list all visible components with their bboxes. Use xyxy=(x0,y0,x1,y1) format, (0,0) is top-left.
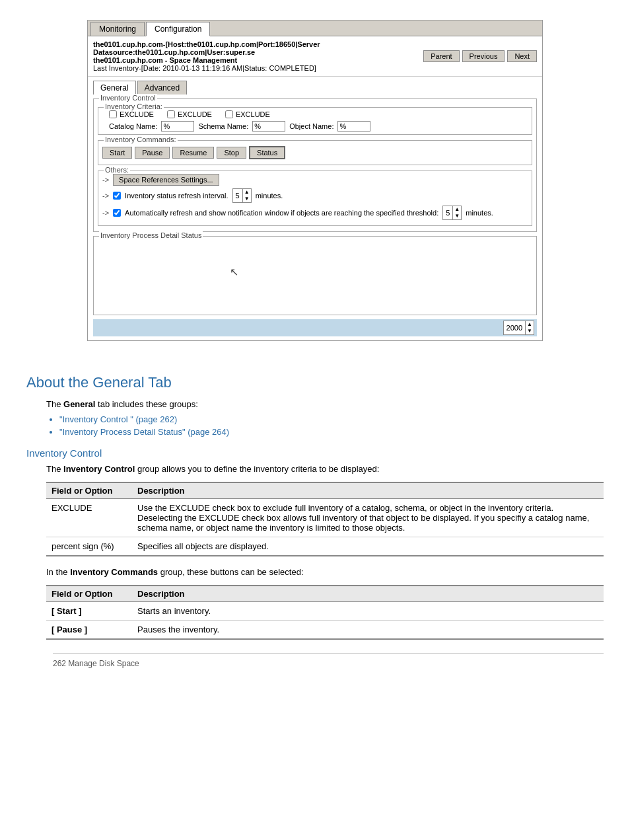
exclude1-group: EXCLUDE xyxy=(109,110,154,118)
header-buttons: Parent Previous Next xyxy=(423,50,537,62)
others-label: Others: xyxy=(104,166,130,174)
exclude2-label: EXCLUDE xyxy=(178,110,212,118)
bullet-item-2-text: "Inventory Process Detail Status" (page … xyxy=(59,427,229,437)
bullet-item-2: "Inventory Process Detail Status" (page … xyxy=(59,427,604,437)
table-row: EXCLUDE Use the EXCLUDE check box to exc… xyxy=(46,499,604,537)
spinner1[interactable]: 5 ▲ ▼ xyxy=(232,188,252,203)
inventory-criteria-label: Inventory Criteria: xyxy=(104,102,164,110)
catalog-input[interactable] xyxy=(161,121,194,132)
bottom-spinner-arrows[interactable]: ▲ ▼ xyxy=(525,321,534,334)
object-input[interactable] xyxy=(337,121,370,132)
process-status-box: Inventory Process Detail Status ↖ xyxy=(93,236,537,315)
spinner2-value: 5 xyxy=(443,208,452,217)
exclude3-checkbox[interactable] xyxy=(225,110,233,118)
bottom-spinner-up[interactable]: ▲ xyxy=(526,321,534,328)
exclude1-checkbox[interactable] xyxy=(109,110,117,118)
space-references-button[interactable]: Space References Settings... xyxy=(113,174,219,186)
table-row: percent sign (%) Specifies all objects a… xyxy=(46,537,604,556)
tab-configuration[interactable]: Configuration xyxy=(146,22,210,36)
inventory-control-intro: The Inventory Control group allows you t… xyxy=(46,464,604,474)
arrow2: -> xyxy=(102,192,109,200)
pause-button[interactable]: Pause xyxy=(135,147,170,159)
schema-input[interactable] xyxy=(252,121,285,132)
bullet-item-1-text: "Inventory Control " (page 262) xyxy=(59,414,177,424)
inventory-control-heading: Inventory Control xyxy=(26,447,604,459)
bottom-bar: 2000 ▲ ▼ xyxy=(93,319,537,336)
next-button[interactable]: Next xyxy=(507,50,537,62)
sub-tabs: General Advanced xyxy=(93,81,537,95)
bottom-spinner-down[interactable]: ▼ xyxy=(526,328,534,334)
header-line1: the0101.cup.hp.com-[Host:the0101.cup.hp.… xyxy=(93,40,423,56)
inventory-criteria-group: Inventory Criteria: EXCLUDE EXCLUDE E xyxy=(98,107,532,135)
table2-row2-field: [ Pause ] xyxy=(46,621,132,640)
table2-row2-desc: Pauses the inventory. xyxy=(132,621,604,640)
others-row1: -> Space References Settings... xyxy=(102,174,528,186)
table1-header-row: Field or Option Description xyxy=(46,482,604,499)
inventory-control-label: Inventory Control xyxy=(99,94,157,102)
header-line2: the0101.cup.hp.com - Space Management xyxy=(93,56,423,64)
process-status-label: Inventory Process Detail Status xyxy=(99,231,203,239)
table2-header-row: Field or Option Description xyxy=(46,586,604,602)
inventory-commands-group: Inventory Commands: Start Pause Resume S… xyxy=(98,140,532,165)
exclude2-checkbox[interactable] xyxy=(167,110,175,118)
object-label: Object Name: xyxy=(289,122,333,130)
spinner2-arrows[interactable]: ▲ ▼ xyxy=(452,206,461,219)
others-group: Others: -> Space References Settings... … xyxy=(98,171,532,226)
spinner1-value: 5 xyxy=(233,191,242,200)
criteria-fields: Catalog Name: Schema Name: Object Name: xyxy=(102,121,528,132)
schema-label: Schema Name: xyxy=(198,122,248,130)
table1-row2-field: percent sign (%) xyxy=(46,537,132,556)
auto-checkbox[interactable] xyxy=(113,209,121,217)
bullet-list: "Inventory Control " (page 262) "Invento… xyxy=(59,414,604,437)
arrow1: -> xyxy=(102,176,109,184)
spinner2-up[interactable]: ▲ xyxy=(453,206,461,213)
bottom-spinner-value: 2000 xyxy=(504,323,525,332)
main-tab-bar: Monitoring Configuration xyxy=(88,20,542,36)
refresh-checkbox[interactable] xyxy=(113,192,121,200)
criteria-checkboxes: EXCLUDE EXCLUDE EXCLUDE xyxy=(102,110,528,118)
spinner2[interactable]: 5 ▲ ▼ xyxy=(442,206,462,220)
exclude1-label: EXCLUDE xyxy=(120,110,154,118)
resume-button[interactable]: Resume xyxy=(172,147,214,159)
subtab-general[interactable]: General xyxy=(93,81,136,95)
table1-row1-field: EXCLUDE xyxy=(46,499,132,537)
table-row: [ Start ] Starts an inventory. xyxy=(46,602,604,621)
minutes1-label: minutes. xyxy=(256,192,283,200)
status-button[interactable]: Status xyxy=(249,146,285,159)
spinner1-up[interactable]: ▲ xyxy=(243,189,251,196)
spinner1-arrows[interactable]: ▲ ▼ xyxy=(242,189,251,202)
start-button[interactable]: Start xyxy=(102,147,132,159)
table2-col1-header: Field or Option xyxy=(46,586,132,602)
refresh-label: Inventory status refresh interval. xyxy=(125,192,228,200)
command-buttons: Start Pause Resume Stop Status xyxy=(102,143,528,162)
commands-intro: In the Inventory Commands group, these b… xyxy=(46,567,604,577)
arrow3: -> xyxy=(102,209,109,217)
table1-col2-header: Description xyxy=(132,482,604,499)
table1: Field or Option Description EXCLUDE Use … xyxy=(46,482,604,556)
bottom-spinner[interactable]: 2000 ▲ ▼ xyxy=(503,321,534,335)
table1-col1-header: Field or Option xyxy=(46,482,132,499)
table2: Field or Option Description [ Start ] St… xyxy=(46,585,604,640)
others-row2: -> Inventory status refresh interval. 5 … xyxy=(102,188,528,203)
bullet-item-1: "Inventory Control " (page 262) xyxy=(59,414,604,424)
header-bar: the0101.cup.hp.com-[Host:the0101.cup.hp.… xyxy=(88,36,542,77)
doc-intro: The General tab includes these groups: xyxy=(46,399,604,409)
spinner1-down[interactable]: ▼ xyxy=(243,196,251,202)
exclude3-group: EXCLUDE xyxy=(225,110,270,118)
previous-button[interactable]: Previous xyxy=(462,50,505,62)
subtab-advanced[interactable]: Advanced xyxy=(137,81,187,95)
spinner2-down[interactable]: ▼ xyxy=(453,213,461,219)
others-row3: -> Automatically refresh and show notifi… xyxy=(102,206,528,220)
footer-text: 262 Manage Disk Space xyxy=(53,659,139,668)
inventory-commands-label: Inventory Commands: xyxy=(104,135,178,143)
cursor-icon: ↖ xyxy=(230,266,238,278)
section-heading: About the General Tab xyxy=(26,374,604,391)
catalog-label: Catalog Name: xyxy=(109,122,157,130)
header-info: the0101.cup.hp.com-[Host:the0101.cup.hp.… xyxy=(93,40,423,72)
inventory-control-group: Inventory Control Inventory Criteria: EX… xyxy=(93,98,537,232)
tab-monitoring[interactable]: Monitoring xyxy=(90,22,145,36)
doc-area: About the General Tab The General tab in… xyxy=(0,361,630,695)
table2-row1-desc: Starts an inventory. xyxy=(132,602,604,621)
stop-button[interactable]: Stop xyxy=(217,147,246,159)
parent-button[interactable]: Parent xyxy=(423,50,459,62)
